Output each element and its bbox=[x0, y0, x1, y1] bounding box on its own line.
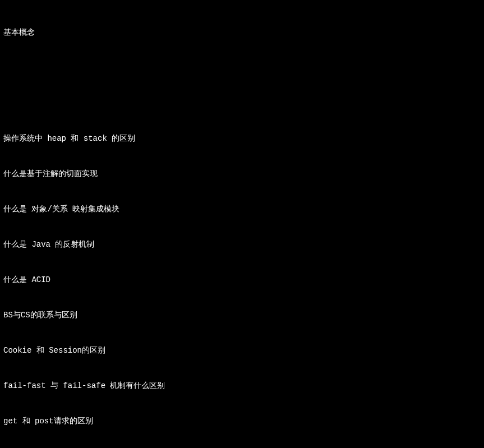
text-line: 什么是 Java 的反射机制 bbox=[3, 239, 481, 251]
text-line: 什么是 对象/关系 映射集成模块 bbox=[3, 204, 481, 215]
text-line: fail-fast 与 fail-safe 机制有什么区别 bbox=[3, 380, 481, 392]
text-line: 操作系统中 heap 和 stack 的区别 bbox=[3, 133, 481, 145]
text-line: BS与CS的联系与区别 bbox=[3, 310, 481, 321]
text-line bbox=[3, 98, 481, 109]
text-line: get 和 post请求的区别 bbox=[3, 415, 481, 427]
text-line: 什么是基于注解的切面实现 bbox=[3, 168, 481, 180]
text-line: 什么是 ACID bbox=[3, 274, 481, 286]
text-line: Cookie 和 Session的区别 bbox=[3, 345, 481, 357]
terminal-output: 基本概念 操作系统中 heap 和 stack 的区别 什么是基于注解的切面实现… bbox=[3, 3, 481, 448]
text-line: 基本概念 bbox=[3, 27, 481, 39]
text-line bbox=[3, 62, 481, 74]
